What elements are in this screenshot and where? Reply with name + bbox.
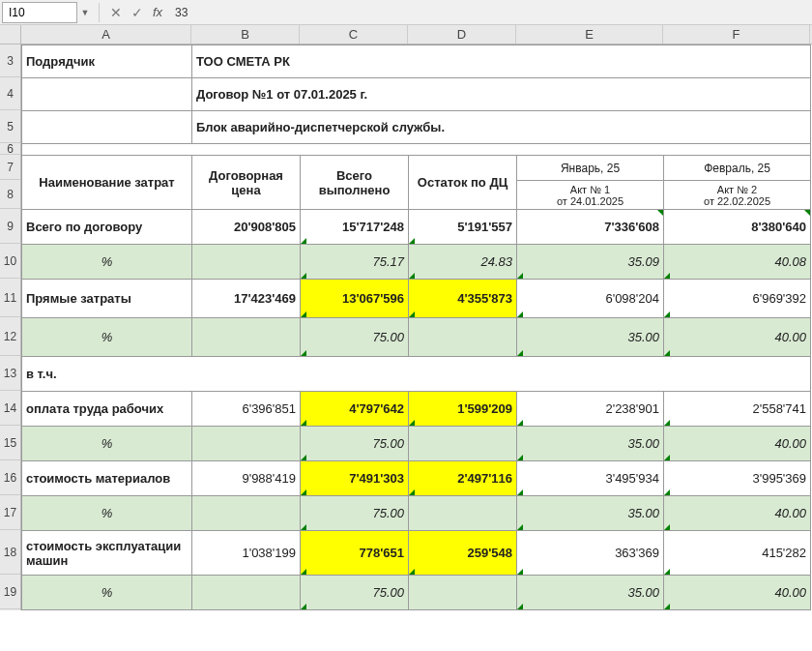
select-all-corner[interactable] (0, 25, 21, 44)
cell-F15[interactable]: 40.00 (664, 427, 811, 461)
cell-F18[interactable]: 415'282 (664, 531, 811, 576)
cell-C12[interactable]: 75.00 (301, 318, 409, 357)
cell-F16[interactable]: 3'995'369 (664, 461, 811, 496)
row-header-10[interactable]: 10 (0, 244, 20, 279)
cell-A15[interactable]: % (22, 427, 192, 461)
cell-B17[interactable] (192, 496, 301, 531)
cell-B3[interactable]: ТОО СМЕТА РК (192, 45, 811, 78)
cell-D10[interactable]: 24.83 (409, 245, 517, 280)
cell-E14[interactable]: 2'238'901 (517, 392, 664, 427)
cell-D19[interactable] (409, 576, 517, 610)
col-header-F[interactable]: F (663, 25, 810, 44)
cell-B16[interactable]: 9'988'419 (192, 461, 301, 496)
cell-D11[interactable]: 4'355'873 (409, 280, 517, 318)
row-header-15[interactable]: 15 (0, 426, 20, 460)
row-header-3[interactable]: 3 (0, 44, 20, 77)
fx-icon[interactable]: fx (148, 5, 167, 19)
cell-D14[interactable]: 1'599'209 (409, 392, 517, 427)
cell-B18[interactable]: 1'038'199 (192, 531, 301, 576)
cell-E10[interactable]: 35.09 (517, 245, 664, 280)
row-header-9[interactable]: 9 (0, 209, 20, 244)
cell-C16[interactable]: 7'491'303 (301, 461, 409, 496)
row-header-8[interactable]: 8 (0, 180, 20, 209)
header-colC[interactable]: Всего выполнено (301, 156, 409, 210)
row-header-18[interactable]: 18 (0, 530, 20, 575)
cell-C11[interactable]: 13'067'596 (301, 280, 409, 318)
cancel-icon[interactable]: ✕ (105, 5, 127, 20)
cell-E11[interactable]: 6'098'204 (517, 280, 664, 318)
cell-E9[interactable]: 7'336'608 (517, 210, 664, 245)
cell-E15[interactable]: 35.00 (517, 427, 664, 461)
cell-F17[interactable]: 40.00 (664, 496, 811, 531)
col-header-D[interactable]: D (408, 25, 516, 44)
cell-E12[interactable]: 35.00 (517, 318, 664, 357)
col-header-A[interactable]: A (21, 25, 191, 44)
cell-A11[interactable]: Прямые затраты (22, 280, 192, 318)
cell-F12[interactable]: 40.00 (664, 318, 811, 357)
header-colE-sub[interactable]: Акт № 1от 24.01.2025 (517, 181, 664, 210)
header-colF-top[interactable]: Февраль, 25 (664, 156, 811, 181)
header-name[interactable]: Наименование затрат (22, 156, 192, 210)
cell-D12[interactable] (409, 318, 517, 357)
header-colF-sub[interactable]: Акт № 2от 22.02.2025 (664, 181, 811, 210)
row-header-11[interactable]: 11 (0, 279, 20, 317)
cell-A19[interactable]: % (22, 576, 192, 610)
cell-E17[interactable]: 35.00 (517, 496, 664, 531)
row-header-5[interactable]: 5 (0, 110, 20, 143)
cell-B19[interactable] (192, 576, 301, 610)
cell-B14[interactable]: 6'396'851 (192, 392, 301, 427)
cell-A4[interactable] (22, 78, 192, 111)
header-colB[interactable]: Договорная цена (192, 156, 301, 210)
cell-B12[interactable] (192, 318, 301, 357)
cell-E18[interactable]: 363'369 (517, 531, 664, 576)
cell-F14[interactable]: 2'558'741 (664, 392, 811, 427)
row-header-19[interactable]: 19 (0, 575, 20, 609)
cell-C14[interactable]: 4'797'642 (301, 392, 409, 427)
cell-A9[interactable]: Всего по договору (22, 210, 192, 245)
cell-A13[interactable]: в т.ч. (22, 357, 811, 392)
name-box[interactable]: I10 (2, 2, 77, 23)
cell-F11[interactable]: 6'969'392 (664, 280, 811, 318)
cell-C18[interactable]: 778'651 (301, 531, 409, 576)
col-header-E[interactable]: E (516, 25, 663, 44)
cell-B5[interactable]: Блок аварийно-диспетчерской службы. (192, 111, 811, 144)
row-header-4[interactable]: 4 (0, 77, 20, 110)
formula-input[interactable]: 33 (167, 6, 812, 19)
cell-A3[interactable]: Подрядчик (22, 45, 192, 78)
data-grid[interactable]: Подрядчик ТОО СМЕТА РК Договор №1 от 07.… (21, 44, 811, 610)
cell-C15[interactable]: 75.00 (301, 427, 409, 461)
cell-D17[interactable] (409, 496, 517, 531)
col-header-C[interactable]: C (300, 25, 408, 44)
cell-A5[interactable] (22, 111, 192, 144)
cell-C9[interactable]: 15'717'248 (301, 210, 409, 245)
row-header-13[interactable]: 13 (0, 356, 20, 391)
cell-D18[interactable]: 259'548 (409, 531, 517, 576)
accept-icon[interactable]: ✓ (127, 5, 148, 20)
header-colE-top[interactable]: Январь, 25 (517, 156, 664, 181)
cell-B11[interactable]: 17'423'469 (192, 280, 301, 318)
row-header-6[interactable]: 6 (0, 143, 20, 155)
row-header-14[interactable]: 14 (0, 391, 20, 426)
cell-C17[interactable]: 75.00 (301, 496, 409, 531)
cell-A16[interactable]: стоимость материалов (22, 461, 192, 496)
name-box-dropdown-icon[interactable]: ▼ (77, 8, 93, 17)
cell-F9[interactable]: 8'380'640 (664, 210, 811, 245)
cell-B15[interactable] (192, 427, 301, 461)
cell-F19[interactable]: 40.00 (664, 576, 811, 610)
cell-A10[interactable]: % (22, 245, 192, 280)
cell-A17[interactable]: % (22, 496, 192, 531)
cell-E16[interactable]: 3'495'934 (517, 461, 664, 496)
cell-B10[interactable] (192, 245, 301, 280)
cell-B9[interactable]: 20'908'805 (192, 210, 301, 245)
cell-F10[interactable]: 40.08 (664, 245, 811, 280)
cell-A18[interactable]: стоимость эксплуатации машин (22, 531, 192, 576)
row-header-17[interactable]: 17 (0, 495, 20, 530)
cell-D16[interactable]: 2'497'116 (409, 461, 517, 496)
cell-E19[interactable]: 35.00 (517, 576, 664, 610)
cell-C19[interactable]: 75.00 (301, 576, 409, 610)
col-header-B[interactable]: B (191, 25, 300, 44)
cell-D15[interactable] (409, 427, 517, 461)
row-header-12[interactable]: 12 (0, 317, 20, 356)
cell-row6[interactable] (22, 144, 811, 156)
cell-D9[interactable]: 5'191'557 (409, 210, 517, 245)
